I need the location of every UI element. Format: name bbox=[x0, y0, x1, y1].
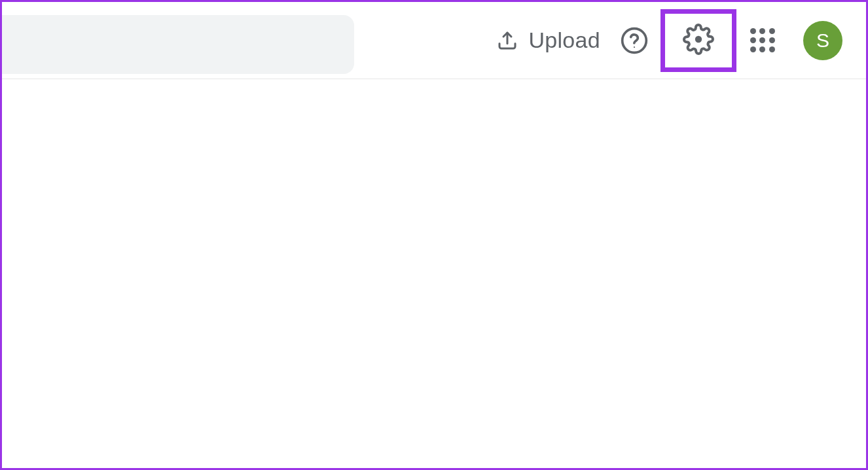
help-button[interactable] bbox=[619, 25, 650, 56]
settings-button[interactable] bbox=[660, 9, 736, 72]
main-content bbox=[2, 79, 866, 468]
header-toolbar: Upload bbox=[488, 9, 842, 72]
upload-button[interactable]: Upload bbox=[488, 22, 608, 58]
header-bar: Upload bbox=[2, 2, 866, 79]
apps-grid-icon bbox=[750, 28, 775, 53]
gear-icon bbox=[683, 24, 714, 58]
upload-icon bbox=[496, 29, 519, 52]
search-input[interactable] bbox=[2, 15, 354, 74]
avatar-initial: S bbox=[816, 29, 829, 52]
avatar[interactable]: S bbox=[803, 21, 842, 60]
upload-label: Upload bbox=[528, 27, 600, 53]
help-icon bbox=[620, 26, 649, 55]
svg-point-2 bbox=[634, 46, 635, 47]
apps-button[interactable] bbox=[747, 25, 778, 56]
svg-point-3 bbox=[695, 35, 702, 42]
app-frame: Upload bbox=[0, 0, 868, 470]
svg-point-1 bbox=[623, 28, 647, 52]
